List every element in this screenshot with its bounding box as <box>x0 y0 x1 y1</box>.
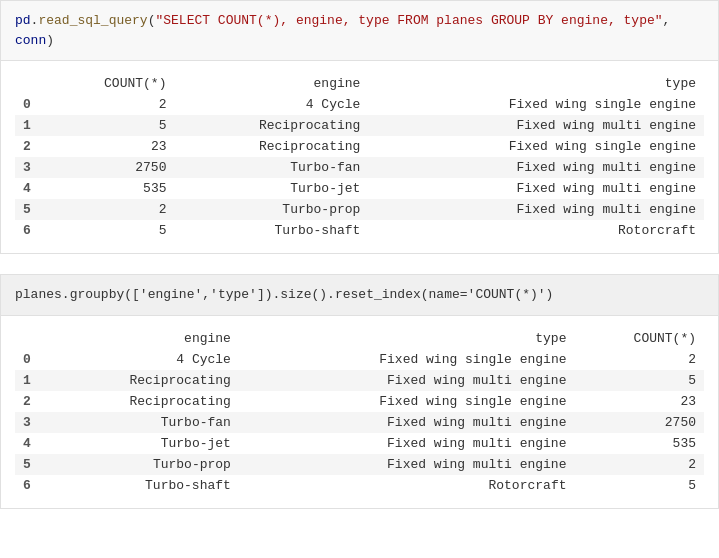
table-row: 4 535 Turbo-jet Fixed wing multi engine <box>15 178 704 199</box>
table-2-cell-type: Fixed wing multi engine <box>239 454 575 475</box>
table-1-cell-type: Rotorcraft <box>368 220 704 241</box>
table-1-cell-engine: Reciprocating <box>174 115 368 136</box>
code-conn: conn <box>15 33 46 48</box>
code-block-1: pd.read_sql_query("SELECT COUNT(*), engi… <box>0 0 719 61</box>
table-1-cell-count: 535 <box>45 178 174 199</box>
table-1-cell-engine: Reciprocating <box>174 136 368 157</box>
table-1-cell-count: 2 <box>45 199 174 220</box>
table-2-cell-type: Fixed wing multi engine <box>239 370 575 391</box>
table-2-cell-count: 5 <box>574 370 704 391</box>
table-row: 1 Reciprocating Fixed wing multi engine … <box>15 370 704 391</box>
table-1-cell-count: 5 <box>45 220 174 241</box>
table-1-cell-count: 2750 <box>45 157 174 178</box>
table-1-cell-type: Fixed wing multi engine <box>368 199 704 220</box>
table-2-header-type: type <box>239 328 575 349</box>
table-2-header-row: engine type COUNT(*) <box>15 328 704 349</box>
table-2-cell-count: 23 <box>574 391 704 412</box>
code-function: read_sql_query <box>38 13 147 28</box>
table-row: 3 2750 Turbo-fan Fixed wing multi engine <box>15 157 704 178</box>
table-2-cell-type: Fixed wing single engine <box>239 391 575 412</box>
table-1-cell-count: 5 <box>45 115 174 136</box>
table-2-cell-idx: 5 <box>15 454 45 475</box>
table-1-cell-idx: 6 <box>15 220 45 241</box>
table-1-cell-type: Fixed wing multi engine <box>368 115 704 136</box>
table-1-cell-idx: 3 <box>15 157 45 178</box>
table-2-cell-idx: 0 <box>15 349 45 370</box>
table-2-header-count: COUNT(*) <box>574 328 704 349</box>
code2-size: size <box>280 287 311 302</box>
code-string: "SELECT COUNT(*), engine, type FROM plan… <box>155 13 662 28</box>
table-2-cell-engine: Reciprocating <box>45 370 239 391</box>
table-1-container: COUNT(*) engine type 0 2 4 Cycle Fixed w… <box>0 61 719 254</box>
table-1-cell-type: Fixed wing multi engine <box>368 178 704 199</box>
table-row: 3 Turbo-fan Fixed wing multi engine 2750 <box>15 412 704 433</box>
table-row: 0 2 4 Cycle Fixed wing single engine <box>15 94 704 115</box>
table-2-header-engine: engine <box>45 328 239 349</box>
code2-str1: 'engine' <box>140 287 202 302</box>
table-row: 0 4 Cycle Fixed wing single engine 2 <box>15 349 704 370</box>
table-1-cell-type: Fixed wing single engine <box>368 94 704 115</box>
section-gap <box>0 254 719 264</box>
table-2-cell-count: 2 <box>574 454 704 475</box>
table-2-cell-idx: 3 <box>15 412 45 433</box>
table-1-header-type: type <box>368 73 704 94</box>
table-2-cell-count: 2750 <box>574 412 704 433</box>
table-1-cell-idx: 4 <box>15 178 45 199</box>
table-row: 6 5 Turbo-shaft Rotorcraft <box>15 220 704 241</box>
table-2-header-idx <box>15 328 45 349</box>
code-prefix: pd <box>15 13 31 28</box>
table-1-cell-idx: 5 <box>15 199 45 220</box>
table-2-cell-count: 5 <box>574 475 704 496</box>
table-2-cell-type: Fixed wing multi engine <box>239 412 575 433</box>
table-2-cell-idx: 2 <box>15 391 45 412</box>
table-2-cell-engine: Turbo-prop <box>45 454 239 475</box>
table-1-cell-count: 23 <box>45 136 174 157</box>
code2-param: name <box>429 287 460 302</box>
code2-param-val: 'COUNT(*)' <box>468 287 546 302</box>
table-row: 2 Reciprocating Fixed wing single engine… <box>15 391 704 412</box>
table-row: 1 5 Reciprocating Fixed wing multi engin… <box>15 115 704 136</box>
table-2-cell-engine: Turbo-fan <box>45 412 239 433</box>
table-2-cell-type: Fixed wing multi engine <box>239 433 575 454</box>
table-2-cell-engine: Turbo-jet <box>45 433 239 454</box>
table-1-header-count: COUNT(*) <box>45 73 174 94</box>
table-1-cell-engine: Turbo-jet <box>174 178 368 199</box>
table-1-cell-idx: 1 <box>15 115 45 136</box>
code2-var: planes <box>15 287 62 302</box>
table-2-cell-idx: 6 <box>15 475 45 496</box>
table-1-cell-idx: 2 <box>15 136 45 157</box>
table-row: 5 Turbo-prop Fixed wing multi engine 2 <box>15 454 704 475</box>
code2-str2: 'type' <box>210 287 257 302</box>
table-1-cell-engine: Turbo-shaft <box>174 220 368 241</box>
table-2-cell-idx: 4 <box>15 433 45 454</box>
table-2-cell-type: Rotorcraft <box>239 475 575 496</box>
table-1-cell-idx: 0 <box>15 94 45 115</box>
table-1-cell-type: Fixed wing multi engine <box>368 157 704 178</box>
table-row: 4 Turbo-jet Fixed wing multi engine 535 <box>15 433 704 454</box>
table-2-cell-engine: Reciprocating <box>45 391 239 412</box>
table-1-cell-engine: Turbo-fan <box>174 157 368 178</box>
code2-groupby: groupby <box>70 287 125 302</box>
table-1-cell-count: 2 <box>45 94 174 115</box>
table-row: 6 Turbo-shaft Rotorcraft 5 <box>15 475 704 496</box>
table-1-header-row: COUNT(*) engine type <box>15 73 704 94</box>
code-block-2: planes.groupby(['engine','type']).size()… <box>0 274 719 316</box>
table-2-cell-type: Fixed wing single engine <box>239 349 575 370</box>
table-1: COUNT(*) engine type 0 2 4 Cycle Fixed w… <box>15 73 704 241</box>
table-1-cell-type: Fixed wing single engine <box>368 136 704 157</box>
table-2-cell-idx: 1 <box>15 370 45 391</box>
table-2-cell-count: 2 <box>574 349 704 370</box>
table-row: 2 23 Reciprocating Fixed wing single eng… <box>15 136 704 157</box>
table-2-cell-engine: 4 Cycle <box>45 349 239 370</box>
table-row: 5 2 Turbo-prop Fixed wing multi engine <box>15 199 704 220</box>
code2-reset: reset_index <box>335 287 421 302</box>
table-1-cell-engine: Turbo-prop <box>174 199 368 220</box>
table-2: engine type COUNT(*) 0 4 Cycle Fixed win… <box>15 328 704 496</box>
table-2-container: engine type COUNT(*) 0 4 Cycle Fixed win… <box>0 316 719 509</box>
table-1-header-idx <box>15 73 45 94</box>
table-2-cell-count: 535 <box>574 433 704 454</box>
table-1-cell-engine: 4 Cycle <box>174 94 368 115</box>
table-2-cell-engine: Turbo-shaft <box>45 475 239 496</box>
table-1-header-engine: engine <box>174 73 368 94</box>
